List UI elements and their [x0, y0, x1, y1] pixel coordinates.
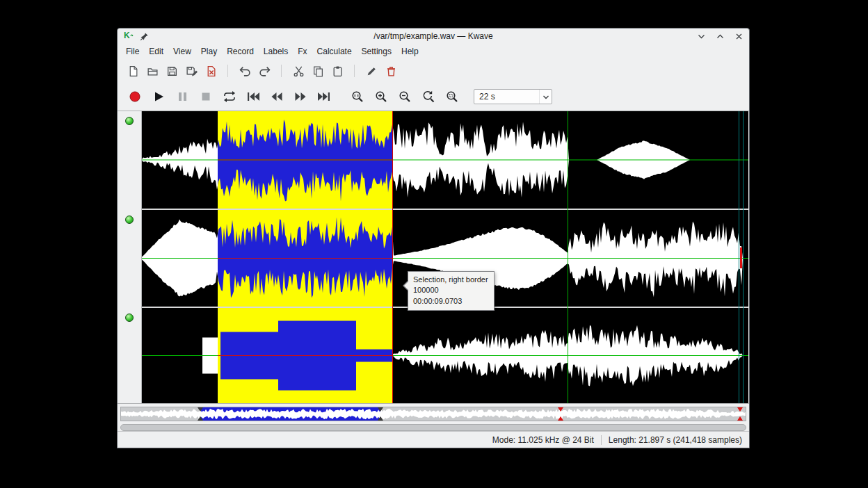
tooltip-time: 00:00:09.0703: [413, 296, 488, 307]
zoom-out-icon: [398, 90, 412, 104]
menu-record[interactable]: Record: [222, 45, 259, 58]
play-button[interactable]: [150, 88, 168, 106]
skip-start-button[interactable]: [244, 88, 262, 106]
zoom-original-icon: [421, 90, 435, 104]
track-led[interactable]: [125, 314, 134, 322]
track-waveform-3[interactable]: [142, 308, 748, 403]
save-button[interactable]: [163, 63, 180, 79]
position-marker: [740, 247, 742, 268]
paste-button[interactable]: [329, 63, 346, 79]
status-length: Length: 21.897 s (241,418 samples): [609, 435, 742, 445]
file-save-as-icon: [186, 65, 198, 77]
zoom-in-button[interactable]: [372, 88, 390, 106]
menu-fx[interactable]: Fx: [293, 45, 312, 58]
tooltip-title: Selection, right border: [413, 275, 488, 285]
menu-calculate[interactable]: Calculate: [312, 45, 357, 58]
close-file-button[interactable]: [202, 63, 219, 79]
copy-button[interactable]: [310, 63, 326, 79]
selection-right-border-line[interactable]: [392, 111, 393, 403]
playback-cursor-line: [743, 111, 744, 403]
zoom-out-button[interactable]: [396, 88, 414, 106]
app-icon[interactable]: K: [123, 30, 134, 43]
open-file-button[interactable]: [144, 63, 161, 79]
combo-dropdown-button[interactable]: [539, 90, 552, 104]
svg-text:K: K: [124, 31, 130, 40]
menu-file[interactable]: File: [121, 45, 144, 58]
menubar: File Edit View Play Record Labels Fx Cal…: [118, 44, 749, 59]
track-led[interactable]: [125, 117, 134, 125]
maximize-button[interactable]: [715, 31, 725, 41]
separator: [354, 65, 355, 77]
track-led[interactable]: [125, 215, 134, 224]
forward-icon: [293, 90, 308, 104]
overview-strip[interactable]: [120, 407, 746, 421]
playback-cursor-line: [739, 111, 739, 403]
file-toolbar: [118, 59, 749, 83]
record-button[interactable]: [126, 88, 144, 106]
chevron-up-icon: [716, 33, 724, 40]
redo-icon: [259, 65, 271, 77]
zoom-original-button[interactable]: [419, 88, 437, 106]
transport-toolbar: 22 s: [118, 83, 749, 111]
menu-play[interactable]: Play: [196, 45, 222, 58]
file-open-icon: [147, 65, 159, 77]
pin-icon: [140, 32, 149, 41]
tooltip-samples: 100000: [413, 285, 488, 295]
file-new-icon: [127, 65, 139, 77]
cut-button[interactable]: [290, 63, 307, 79]
menu-labels[interactable]: Labels: [259, 45, 293, 58]
record-icon: [128, 90, 142, 104]
horizontal-scrollbar[interactable]: [120, 424, 746, 431]
rewind-icon: [269, 90, 284, 104]
paste-icon: [332, 65, 344, 77]
signal-area: [118, 111, 749, 404]
rewind-button[interactable]: [268, 88, 286, 106]
menu-help[interactable]: Help: [396, 45, 424, 58]
scrollbar-thumb[interactable]: [120, 424, 746, 431]
signal-view[interactable]: [142, 111, 748, 403]
zoom-fit-icon: [445, 90, 459, 104]
play-icon: [152, 90, 166, 104]
selection-tooltip: Selection, right border 100000 00:00:09.…: [408, 271, 495, 311]
undo-icon: [239, 65, 251, 77]
statusbar: Mode: 11.025 kHz @ 24 Bit Length: 21.897…: [118, 431, 749, 448]
close-icon: [735, 33, 743, 40]
copy-icon: [312, 65, 324, 77]
menu-view[interactable]: View: [168, 45, 196, 58]
skip-end-button[interactable]: [315, 88, 333, 106]
zoom-selection-icon: [351, 90, 364, 104]
chevron-down-icon: [698, 33, 705, 40]
menu-edit[interactable]: Edit: [144, 45, 168, 58]
status-mode: Mode: 11.025 kHz @ 24 Bit: [492, 435, 594, 445]
file-save-icon: [166, 65, 178, 77]
loop-button[interactable]: [220, 88, 239, 106]
zoom-in-icon: [374, 90, 388, 104]
pin-button[interactable]: [139, 31, 149, 41]
chevron-down-icon: [542, 94, 549, 100]
forward-button[interactable]: [291, 88, 310, 106]
zoom-factor-value: 22 s: [474, 92, 539, 101]
undo-button[interactable]: [236, 63, 253, 79]
close-button[interactable]: [734, 31, 744, 41]
zoom-factor-select[interactable]: 22 s: [474, 89, 552, 104]
redo-button[interactable]: [256, 63, 273, 79]
new-file-button[interactable]: [124, 63, 141, 79]
separator: [281, 65, 282, 77]
track-waveform-1[interactable]: [142, 111, 748, 209]
save-as-button[interactable]: [183, 63, 200, 79]
stop-button[interactable]: [197, 88, 215, 106]
skip-end-icon: [316, 90, 332, 104]
stop-icon: [199, 90, 213, 104]
menu-settings[interactable]: Settings: [357, 45, 396, 58]
shade-button[interactable]: [696, 31, 706, 41]
draw-button[interactable]: [363, 63, 380, 79]
zoom-fit-button[interactable]: [443, 88, 461, 106]
pause-icon: [175, 90, 189, 104]
separator: [601, 435, 602, 445]
titlebar[interactable]: K /var/tmp/example.wav — Kwave: [118, 29, 749, 44]
separator: [227, 65, 228, 77]
pause-button[interactable]: [173, 88, 191, 106]
label-marker-line: [568, 111, 568, 403]
zoom-selection-button[interactable]: [348, 88, 367, 106]
delete-button[interactable]: [383, 63, 399, 79]
